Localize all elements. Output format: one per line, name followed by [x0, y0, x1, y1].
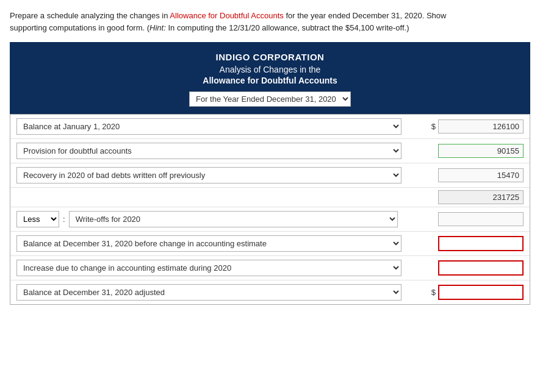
- increase-accounting-label-cell: Increase due to change in accounting est…: [16, 260, 401, 276]
- recovery-label-cell: Recovery in 2020 of bad debts written of…: [16, 167, 401, 184]
- less-row: Less : Write-offs for 2020: [10, 207, 530, 232]
- balance-dec-before-value-cell: [401, 236, 524, 251]
- balance-dec-adjusted-select[interactable]: Balance at December 31, 2020 adjusted: [16, 284, 401, 301]
- corporation-name: INDIGO CORPORATION: [22, 52, 518, 62]
- increase-accounting-input[interactable]: [438, 260, 524, 276]
- dollar-sign-jan: $: [431, 122, 436, 131]
- provision-input[interactable]: [438, 144, 524, 158]
- balance-dec-adjusted-value-cell: $: [401, 285, 524, 300]
- provision-select[interactable]: Provision for doubtful accounts: [16, 143, 401, 159]
- balance-dec-before-row: Balance at December 31, 2020 before chan…: [10, 232, 530, 256]
- increase-accounting-value-cell: [401, 260, 524, 276]
- increase-accounting-row: Increase due to change in accounting est…: [10, 256, 530, 280]
- recovery-value-cell: [401, 168, 524, 182]
- provision-label-cell: Provision for doubtful accounts: [16, 143, 401, 159]
- balance-dec-before-label-cell: Balance at December 31, 2020 before chan…: [16, 235, 401, 252]
- balance-dec-before-select[interactable]: Balance at December 31, 2020 before chan…: [16, 235, 401, 252]
- balance-jan-label-cell: Balance at January 1, 2020: [16, 118, 401, 135]
- provision-row: Provision for doubtful accounts: [10, 139, 530, 163]
- write-off-input[interactable]: [438, 212, 524, 226]
- main-table: Balance at January 1, 2020 $ Provision f…: [10, 114, 530, 305]
- write-off-select[interactable]: Write-offs for 2020: [69, 211, 398, 227]
- report-header: INDIGO CORPORATION Analysis of Changes i…: [10, 42, 530, 114]
- balance-dec-adjusted-input[interactable]: [438, 285, 524, 300]
- recovery-row: Recovery in 2020 of bad debts written of…: [10, 163, 530, 188]
- subtotal-input[interactable]: [438, 190, 524, 204]
- recovery-input[interactable]: [438, 168, 524, 182]
- balance-jan-input[interactable]: [438, 119, 524, 134]
- increase-accounting-select[interactable]: Increase due to change in accounting est…: [16, 260, 401, 276]
- balance-dec-adjusted-row: Balance at December 31, 2020 adjusted $: [10, 280, 530, 304]
- recovery-select[interactable]: Recovery in 2020 of bad debts written of…: [16, 167, 401, 184]
- year-select[interactable]: For the Year Ended December 31, 2020: [189, 91, 351, 107]
- balance-dec-before-input[interactable]: [438, 236, 524, 251]
- dollar-sign-adjusted: $: [431, 288, 436, 297]
- intro-paragraph: Prepare a schedule analyzing the changes…: [10, 10, 530, 34]
- balance-jan-select[interactable]: Balance at January 1, 2020: [16, 118, 401, 135]
- balance-dec-adjusted-label-cell: Balance at December 31, 2020 adjusted: [16, 284, 401, 301]
- colon-label: :: [63, 215, 65, 224]
- report-subtitle1: Analysis of Changes in the: [22, 65, 518, 74]
- write-off-value-cell: [401, 212, 524, 226]
- less-select[interactable]: Less: [16, 211, 59, 227]
- provision-value-cell: [401, 144, 524, 158]
- report-subtitle2: Allowance for Doubtful Accounts: [22, 76, 518, 85]
- subtotal-row: [10, 188, 530, 207]
- balance-jan-row: Balance at January 1, 2020 $: [10, 115, 530, 139]
- balance-jan-value-cell: $: [401, 119, 524, 134]
